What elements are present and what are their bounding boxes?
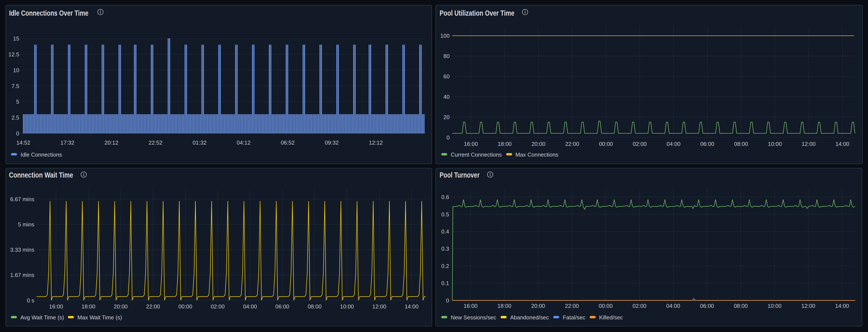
svg-text:2.5: 2.5: [11, 114, 19, 121]
svg-text:0: 0: [16, 130, 19, 136]
svg-text:16:00: 16:00: [49, 303, 63, 310]
svg-text:22:00: 22:00: [146, 303, 160, 310]
svg-text:0 s: 0 s: [27, 297, 34, 304]
svg-text:20:00: 20:00: [114, 303, 127, 310]
svg-text:7.5: 7.5: [11, 83, 19, 89]
svg-text:06:52: 06:52: [281, 139, 294, 146]
svg-text:12:00: 12:00: [801, 303, 815, 309]
svg-text:0.1: 0.1: [441, 280, 449, 286]
svg-text:04:00: 04:00: [666, 303, 680, 309]
svg-text:01:32: 01:32: [192, 139, 207, 146]
svg-text:09:32: 09:32: [325, 139, 339, 146]
svg-text:02:00: 02:00: [211, 303, 225, 310]
svg-text:10: 10: [13, 67, 19, 73]
svg-text:18:00: 18:00: [81, 303, 95, 310]
svg-text:Current Connections: Current Connections: [451, 151, 502, 158]
svg-text:14:00: 14:00: [404, 303, 418, 310]
svg-text:06:00: 06:00: [275, 303, 289, 310]
svg-text:3.33 mins: 3.33 mins: [10, 247, 34, 253]
svg-text:5 mins: 5 mins: [18, 221, 34, 228]
svg-text:22:00: 22:00: [565, 303, 579, 309]
svg-text:0: 0: [446, 297, 449, 304]
svg-text:14:00: 14:00: [835, 140, 849, 147]
svg-text:100: 100: [440, 32, 450, 39]
svg-text:1.67 mins: 1.67 mins: [10, 272, 34, 278]
svg-text:22:00: 22:00: [565, 140, 579, 147]
svg-text:00:00: 00:00: [178, 303, 192, 310]
svg-text:5: 5: [16, 99, 19, 105]
svg-text:Avg Wait Time (s): Avg Wait Time (s): [20, 314, 64, 321]
svg-text:02:00: 02:00: [632, 303, 646, 309]
svg-text:40: 40: [443, 93, 450, 100]
svg-text:16:00: 16:00: [464, 140, 477, 147]
svg-text:Idle Connections: Idle Connections: [21, 151, 62, 158]
svg-text:0.3: 0.3: [441, 246, 449, 252]
svg-text:00:00: 00:00: [599, 303, 613, 309]
svg-text:Connection Wait Time: Connection Wait Time: [9, 171, 73, 179]
svg-text:0.4: 0.4: [441, 228, 449, 235]
svg-text:08:00: 08:00: [734, 303, 748, 309]
svg-text:14:52: 14:52: [16, 139, 30, 146]
svg-text:18:00: 18:00: [498, 140, 512, 147]
svg-text:08:00: 08:00: [308, 303, 321, 310]
svg-text:10:00: 10:00: [768, 140, 782, 147]
svg-text:16:00: 16:00: [464, 303, 477, 309]
svg-text:Abandoned/sec: Abandoned/sec: [510, 314, 549, 321]
svg-text:20:12: 20:12: [104, 139, 118, 146]
svg-text:0.2: 0.2: [441, 263, 449, 269]
svg-text:Max Wait Time (s): Max Wait Time (s): [78, 314, 122, 321]
svg-text:Idle Connections Over Time: Idle Connections Over Time: [9, 8, 88, 17]
svg-text:12.5: 12.5: [8, 51, 19, 58]
svg-text:10:00: 10:00: [768, 303, 781, 309]
svg-text:00:00: 00:00: [599, 140, 613, 147]
svg-text:02:00: 02:00: [633, 140, 647, 147]
svg-text:12:00: 12:00: [802, 140, 815, 147]
svg-text:18:00: 18:00: [497, 303, 511, 309]
svg-text:04:00: 04:00: [666, 140, 680, 147]
svg-text:Pool Utilization Over Time: Pool Utilization Over Time: [440, 8, 515, 17]
svg-text:Killed/sec: Killed/sec: [599, 314, 623, 321]
svg-text:12:12: 12:12: [369, 139, 383, 146]
svg-text:0.6: 0.6: [441, 194, 449, 200]
svg-text:Max Connections: Max Connections: [515, 151, 558, 158]
svg-text:15: 15: [13, 35, 19, 42]
svg-text:14:00: 14:00: [835, 303, 849, 309]
svg-text:10:00: 10:00: [340, 303, 354, 310]
svg-text:08:00: 08:00: [734, 140, 748, 147]
svg-text:6.67 mins: 6.67 mins: [10, 196, 34, 202]
svg-text:04:12: 04:12: [237, 139, 250, 146]
svg-text:0.5: 0.5: [441, 211, 449, 217]
svg-text:0: 0: [446, 134, 450, 140]
svg-text:New Sessions/sec: New Sessions/sec: [451, 314, 496, 321]
svg-text:17:32: 17:32: [60, 139, 74, 146]
svg-text:12:00: 12:00: [372, 303, 386, 310]
svg-text:20:00: 20:00: [531, 303, 545, 309]
svg-text:20: 20: [443, 114, 450, 120]
svg-text:60: 60: [443, 73, 450, 80]
svg-text:Pool Turnover: Pool Turnover: [440, 171, 479, 179]
svg-text:04:00: 04:00: [243, 303, 257, 310]
svg-text:06:00: 06:00: [700, 140, 714, 147]
svg-text:80: 80: [443, 53, 450, 59]
svg-text:06:00: 06:00: [700, 303, 714, 309]
svg-text:20:00: 20:00: [531, 140, 545, 147]
svg-text:22:52: 22:52: [149, 139, 162, 146]
svg-text:Fatal/sec: Fatal/sec: [563, 314, 585, 321]
